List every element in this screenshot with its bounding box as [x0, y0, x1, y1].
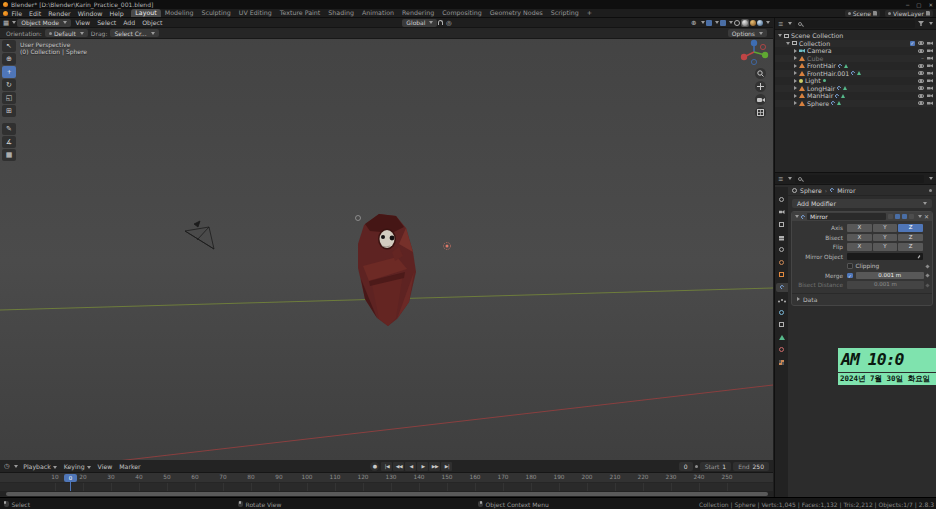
- transform-orientation-pill[interactable]: Global: [402, 19, 437, 27]
- outliner-item-label[interactable]: LongHair: [807, 85, 835, 92]
- outliner-row-scene-collection[interactable]: Scene Collection: [775, 32, 936, 40]
- properties-editor-icon[interactable]: ≡: [778, 175, 783, 183]
- shading-material-icon[interactable]: [750, 20, 756, 26]
- outliner-item-label[interactable]: Light: [805, 77, 821, 84]
- workspace-tab-geometry-nodes[interactable]: Geometry Nodes: [486, 9, 547, 17]
- scene-selector[interactable]: Scene: [845, 10, 880, 17]
- outliner-row-light[interactable]: Light: [775, 77, 936, 85]
- expand-icon[interactable]: [794, 94, 797, 98]
- outliner-row-fronthair[interactable]: FrontHair: [775, 62, 936, 70]
- mirror-object-field[interactable]: [847, 253, 923, 261]
- filter-icon[interactable]: [918, 21, 924, 26]
- eye-icon[interactable]: [918, 41, 924, 45]
- properties-tab-material[interactable]: [776, 345, 788, 354]
- bisect-distance-field[interactable]: 0.001 m: [847, 281, 924, 289]
- workspace-tab-texture-paint[interactable]: Texture Paint: [276, 9, 325, 17]
- properties-tab-modifiers[interactable]: [776, 283, 788, 292]
- workspace-tab-animation[interactable]: Animation: [358, 9, 398, 17]
- camera-view-icon[interactable]: [755, 94, 766, 105]
- merge-checkbox[interactable]: ✓: [847, 273, 853, 279]
- outliner-row-camera[interactable]: Camera: [775, 47, 936, 55]
- properties-tab-output[interactable]: [776, 220, 788, 229]
- display-render-toggle[interactable]: [902, 214, 907, 219]
- expand-icon[interactable]: [794, 86, 797, 90]
- properties-tab-particles[interactable]: [776, 295, 788, 304]
- workspace-tab-shading[interactable]: Shading: [324, 9, 358, 17]
- outliner-item-label[interactable]: Camera: [807, 47, 832, 54]
- breadcrumb-object[interactable]: Sphere: [800, 187, 822, 194]
- eye-icon[interactable]: [918, 71, 924, 75]
- scale-tool[interactable]: ◱: [2, 92, 16, 104]
- viewport-menu-add[interactable]: Add: [120, 19, 139, 26]
- outliner-row-cube[interactable]: Cube–: [775, 55, 936, 63]
- outliner-item-label[interactable]: FrontHair.001: [807, 70, 849, 77]
- bisect-x-button[interactable]: X: [847, 234, 872, 242]
- properties-search-input[interactable]: [795, 175, 924, 183]
- check-icon[interactable]: ✓: [910, 41, 915, 46]
- workspace-tab-uv-editing[interactable]: UV Editing: [235, 9, 276, 17]
- rotate-tool[interactable]: ↻: [2, 79, 16, 91]
- frame-start-field[interactable]: Start1: [700, 462, 732, 471]
- play-reverse-button[interactable]: ◀: [405, 462, 416, 471]
- close-button[interactable]: ✕: [928, 2, 933, 8]
- expand-icon[interactable]: [794, 101, 797, 105]
- properties-tab-object[interactable]: [776, 270, 788, 279]
- transform-tool[interactable]: ⊞: [2, 105, 16, 117]
- display-cage-toggle[interactable]: [909, 214, 914, 219]
- auto-keying-button[interactable]: ●: [370, 462, 379, 471]
- expand-icon[interactable]: [794, 64, 797, 68]
- timeline-menu-marker[interactable]: Marker: [116, 463, 144, 470]
- maximize-button[interactable]: ▢: [916, 2, 921, 8]
- eye-icon[interactable]: [918, 101, 924, 105]
- axis-z-button[interactable]: Z: [898, 224, 923, 232]
- viewport-menu-view[interactable]: View: [72, 19, 94, 26]
- outliner-row-fronthair-001[interactable]: FrontHair.001: [775, 70, 936, 78]
- timeline-menu-keying[interactable]: Keying: [60, 463, 94, 470]
- dash-icon[interactable]: –: [921, 56, 924, 60]
- eye-icon[interactable]: [918, 49, 924, 53]
- mode-selector[interactable]: Object Mode: [17, 19, 71, 27]
- current-frame-field[interactable]: 0: [679, 462, 693, 471]
- add-modifier-button[interactable]: Add Modifier: [792, 199, 932, 208]
- clipping-checkbox[interactable]: [847, 263, 853, 269]
- breadcrumb-modifier[interactable]: Mirror: [837, 187, 855, 194]
- xray-toggle-icon[interactable]: [720, 20, 726, 26]
- timeline-ruler[interactable]: 1020304050607080901001101201301401501601…: [0, 473, 773, 483]
- menu-render[interactable]: Render: [45, 10, 74, 17]
- flip-y-button[interactable]: Y: [873, 243, 898, 251]
- camera-icon[interactable]: [927, 79, 933, 83]
- axis-x-button[interactable]: X: [847, 224, 872, 232]
- display-editmode-toggle[interactable]: [888, 214, 893, 219]
- camera-icon[interactable]: [927, 41, 933, 45]
- workspace-tab-modeling[interactable]: Modeling: [161, 9, 198, 17]
- proportional-editing-icon[interactable]: ◎: [444, 19, 453, 27]
- expand-icon[interactable]: [786, 42, 790, 45]
- eye-icon[interactable]: [918, 79, 924, 83]
- gizmo-dropdown-icon[interactable]: ⊕: [690, 19, 698, 27]
- eye-icon[interactable]: [918, 86, 924, 90]
- viewport-menu-object[interactable]: Object: [139, 19, 166, 26]
- collapse-icon[interactable]: [795, 215, 799, 218]
- flip-z-button[interactable]: Z: [898, 243, 923, 251]
- expand-icon[interactable]: [778, 34, 782, 37]
- drag-dropdown[interactable]: Select Cr...: [110, 29, 158, 37]
- keying-set-icon[interactable]: [695, 465, 698, 468]
- timeline-channels[interactable]: [0, 483, 773, 491]
- cursor-tool[interactable]: ⊕: [2, 53, 16, 65]
- properties-tab-physics[interactable]: [776, 308, 788, 317]
- prev-keyframe-button[interactable]: ◀◀: [393, 462, 404, 471]
- pan-icon[interactable]: [755, 81, 766, 92]
- display-realtime-toggle[interactable]: [895, 214, 900, 219]
- camera-icon[interactable]: [927, 49, 933, 53]
- pin-icon[interactable]: [929, 189, 932, 192]
- minimize-button[interactable]: ─: [906, 2, 909, 8]
- orientation-dropdown[interactable]: Default: [45, 29, 88, 37]
- data-subpanel[interactable]: Data: [792, 293, 932, 305]
- workspace-tab-[interactable]: +: [583, 9, 596, 17]
- properties-tab-view-layer[interactable]: [776, 233, 788, 242]
- camera-icon[interactable]: [927, 86, 933, 90]
- overlays-toggle-icon[interactable]: [706, 20, 712, 26]
- playhead[interactable]: 0: [64, 474, 77, 482]
- timeline-menu-playback[interactable]: Playback: [20, 463, 61, 470]
- outliner-item-label[interactable]: ManHair: [807, 92, 833, 99]
